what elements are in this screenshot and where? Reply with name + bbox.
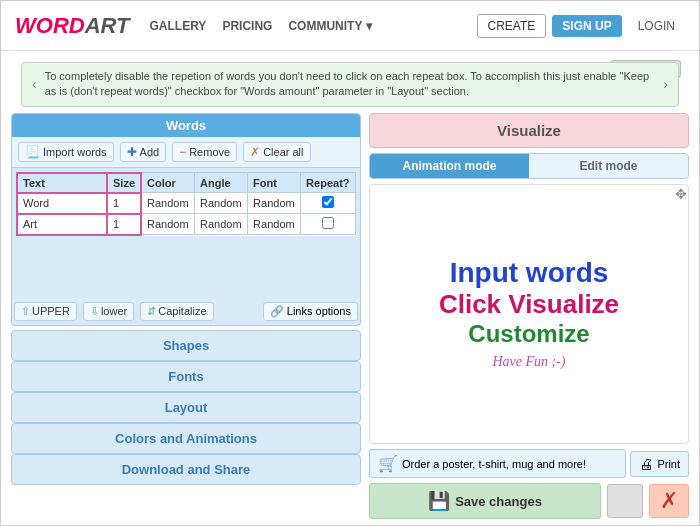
expand-icon[interactable]: ✥ — [675, 186, 687, 202]
links-icon: 🔗 — [270, 305, 284, 317]
blank-button[interactable] — [607, 484, 643, 518]
cell-text[interactable]: Art — [17, 214, 107, 235]
delete-icon: ✗ — [660, 488, 678, 514]
remove-label: Remove — [189, 146, 230, 158]
order-icon: 🛒 — [378, 454, 398, 473]
app-window: WORD ART GALLERY PRICING COMMUNITY ▾ CRE… — [0, 0, 700, 526]
animation-mode-button[interactable]: Animation mode — [370, 154, 529, 178]
header-buttons: CREATE SIGN UP LOGIN — [477, 14, 685, 38]
col-color: Color — [141, 173, 195, 193]
tips-bar: ‹ To completely disable the repetion of … — [21, 62, 679, 107]
wa-line3: Customize — [468, 320, 589, 348]
capitalize-button[interactable]: ⇵ Capitalize — [140, 302, 213, 321]
visualize-header: Visualize — [369, 113, 689, 148]
accordion-item[interactable]: Download and Share — [11, 454, 361, 485]
upper-button[interactable]: ⇧ UPPER — [14, 302, 77, 321]
words-section: Words 📃 Import words ✚ Add − Remove — [11, 113, 361, 326]
order-label: Order a poster, t-shirt, mug and more! — [402, 458, 586, 470]
bottom-toolbar: ⇧ UPPER ⇩ lower ⇵ Capitalize 🔗 Links opt… — [12, 298, 360, 325]
accordion-header: Colors and Animations — [12, 424, 360, 453]
upper-label: UPPER — [32, 305, 70, 317]
col-font: Font — [248, 173, 301, 193]
tips-container: Hide tips ▲ ‹ To completely disable the … — [11, 56, 689, 113]
accordion-item[interactable]: Colors and Animations — [11, 423, 361, 454]
tips-next-icon[interactable]: › — [663, 76, 668, 92]
signup-button[interactable]: SIGN UP — [552, 15, 621, 37]
accordion-item[interactable]: Layout — [11, 392, 361, 423]
add-button[interactable]: ✚ Add — [120, 142, 167, 162]
col-text: Text — [17, 173, 107, 193]
cell-size[interactable]: 1 — [107, 214, 141, 235]
accordion-header: Download and Share — [12, 455, 360, 484]
table-row: Word 1 Random Random Random — [17, 193, 356, 214]
cell-angle: Random — [195, 214, 248, 235]
save-label: Save changes — [455, 494, 542, 509]
save-row: 💾 Save changes ✗ — [369, 483, 689, 519]
col-size: Size — [107, 173, 141, 193]
words-table: Text Size Color Angle Font Repeat? Word … — [16, 172, 356, 236]
accordion-header: Shapes — [12, 331, 360, 360]
create-button[interactable]: CREATE — [477, 14, 547, 38]
cell-color: Random — [141, 214, 195, 235]
words-table-wrapper: Text Size Color Angle Font Repeat? Word … — [12, 168, 360, 298]
accordion-item[interactable]: Fonts — [11, 361, 361, 392]
print-icon: 🖨 — [639, 456, 653, 472]
login-button[interactable]: LOGIN — [628, 15, 685, 37]
visualize-area: Input words Click Visualize Customize Ha… — [369, 184, 689, 444]
remove-button[interactable]: − Remove — [172, 142, 237, 162]
add-label: Add — [140, 146, 160, 158]
nav: GALLERY PRICING COMMUNITY ▾ — [149, 19, 476, 33]
delete-button[interactable]: ✗ — [649, 484, 689, 518]
words-toolbar: 📃 Import words ✚ Add − Remove ✗ Clear al… — [12, 137, 360, 168]
print-button[interactable]: 🖨 Print — [630, 451, 689, 477]
clear-label: Clear all — [263, 146, 303, 158]
cell-font: Random — [248, 193, 301, 214]
save-button[interactable]: 💾 Save changes — [369, 483, 601, 519]
links-options-button[interactable]: 🔗 Links options — [263, 302, 358, 321]
right-panel: Visualize Animation mode Edit mode Input… — [361, 113, 689, 519]
remove-icon: − — [179, 145, 186, 159]
tips-prev-icon[interactable]: ‹ — [32, 76, 37, 92]
import-words-button[interactable]: 📃 Import words — [18, 142, 114, 162]
mode-buttons: Animation mode Edit mode — [369, 153, 689, 179]
accordion-header: Fonts — [12, 362, 360, 391]
clear-icon: ✗ — [250, 145, 260, 159]
cell-size[interactable]: 1 — [107, 193, 141, 214]
import-label: Import words — [43, 146, 107, 158]
cell-color: Random — [141, 193, 195, 214]
lower-button[interactable]: ⇩ lower — [83, 302, 134, 321]
table-row: Art 1 Random Random Random — [17, 214, 356, 235]
cell-repeat[interactable] — [301, 214, 356, 235]
wordart-display: Input words Click Visualize Customize Ha… — [369, 184, 689, 444]
print-label: Print — [657, 458, 680, 470]
save-disk-icon: 💾 — [428, 490, 450, 512]
logo-word: WORD — [15, 13, 85, 39]
cell-text[interactable]: Word — [17, 193, 107, 214]
clear-all-button[interactable]: ✗ Clear all — [243, 142, 310, 162]
logo: WORD ART — [15, 13, 129, 39]
header: WORD ART GALLERY PRICING COMMUNITY ▾ CRE… — [1, 1, 699, 51]
upper-arrow-icon: ⇧ — [21, 305, 30, 318]
links-label: Links options — [287, 305, 351, 317]
words-header: Words — [12, 114, 360, 137]
main-content: Words 📃 Import words ✚ Add − Remove — [1, 113, 699, 525]
lower-label: lower — [101, 305, 127, 317]
lower-arrow-icon: ⇩ — [90, 305, 99, 318]
order-button[interactable]: 🛒 Order a poster, t-shirt, mug and more! — [369, 449, 626, 478]
nav-gallery[interactable]: GALLERY — [149, 19, 206, 33]
cell-repeat[interactable] — [301, 193, 356, 214]
accordion-item[interactable]: Shapes — [11, 330, 361, 361]
cell-angle: Random — [195, 193, 248, 214]
tips-text: To completely disable the repetion of wo… — [45, 69, 656, 100]
wa-line1: Input words — [450, 257, 609, 289]
edit-mode-button[interactable]: Edit mode — [529, 154, 688, 178]
left-panel: Words 📃 Import words ✚ Add − Remove — [11, 113, 361, 519]
wa-line2: Click Visualize — [439, 289, 619, 320]
nav-community[interactable]: COMMUNITY ▾ — [288, 19, 371, 33]
col-repeat: Repeat? — [301, 173, 356, 193]
logo-art: ART — [85, 13, 130, 39]
import-icon: 📃 — [25, 145, 40, 159]
cell-font: Random — [248, 214, 301, 235]
nav-pricing[interactable]: PRICING — [222, 19, 272, 33]
accordion: ShapesFontsLayoutColors and AnimationsDo… — [11, 330, 361, 485]
